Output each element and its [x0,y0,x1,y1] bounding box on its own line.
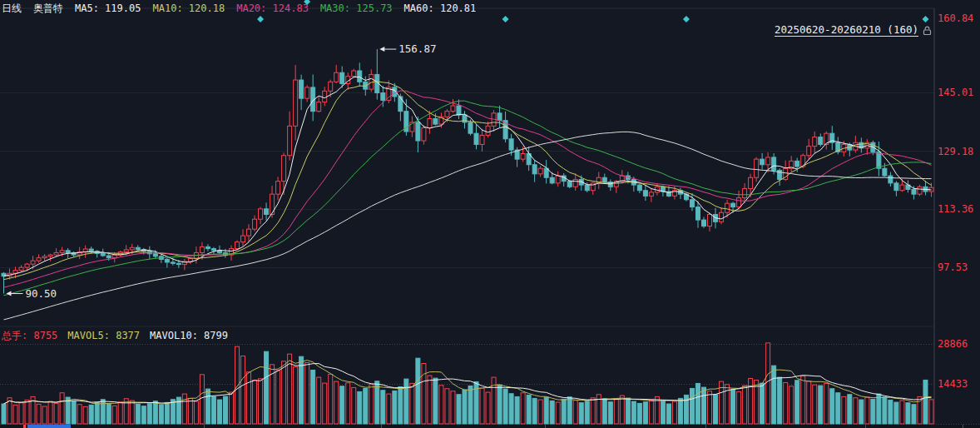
svg-text:14433: 14433 [938,378,968,390]
candlestick-chart-canvas[interactable]: 156.8790.50160.84145.01129.18113.3697.53… [0,0,980,428]
ma60-legend: MA60: 120.81 [404,2,477,14]
stock-chart-window: 日线 奥普特 MA5: 119.05 MA10: 120.18 MA20: 12… [0,0,980,428]
svg-text:90.50: 90.50 [26,287,57,300]
total-volume-legend: 总手: 8755 [2,329,57,343]
svg-text:156.87: 156.87 [398,42,436,55]
grid-lines [0,8,980,425]
ma5-legend: MA5: 119.05 [75,2,141,14]
price-axis-labels: 160.84145.01129.18113.3697.53 [938,12,973,273]
svg-text:145.01: 145.01 [938,87,973,98]
ma10-legend: MA10: 120.18 [152,2,225,14]
stock-name: 奥普特 [33,2,63,16]
date-range-link[interactable]: 20250620-20260210 (160) [775,23,933,37]
period-label: 日线 [2,2,22,16]
volume-bars [2,343,933,424]
svg-text:160.84: 160.84 [938,12,973,24]
price-pane-legend: 日线 奥普特 MA5: 119.05 MA10: 120.18 MA20: 12… [2,2,476,16]
svg-text:28866: 28866 [938,338,968,350]
unlock-icon[interactable] [922,25,933,36]
ma30-legend: MA30: 125.73 [320,2,393,14]
volume-axis-labels: 2886614433 [938,338,968,390]
volume-pane-legend: 总手: 8755 MAVOL5: 8377 MAVOL10: 8799 [2,329,228,343]
ma-lines [4,77,932,320]
mavol10-legend: MAVOL10: 8799 [150,330,228,341]
svg-text:97.53: 97.53 [938,261,968,273]
svg-text:129.18: 129.18 [938,146,973,157]
bottom-scrollbar[interactable] [0,425,980,428]
ma20-legend: MA20: 124.83 [236,2,309,14]
svg-text:113.36: 113.36 [938,203,973,215]
date-range-label[interactable]: 20250620-20260210 (160) [775,23,918,37]
scrollbar-thumb[interactable] [27,425,71,428]
scroll-red-tick [23,425,26,428]
mavol5-legend: MAVOL5: 8377 [67,330,140,341]
